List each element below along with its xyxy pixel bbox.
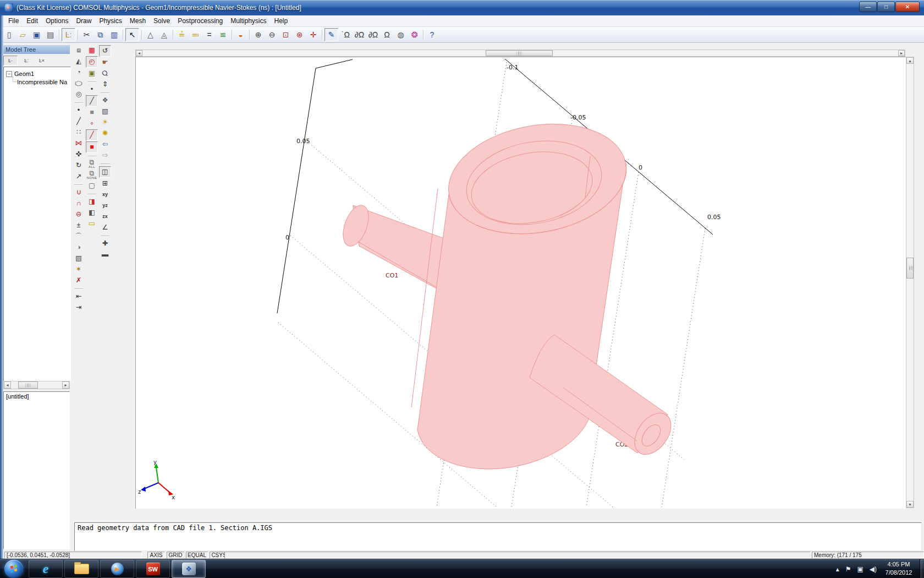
paste-geometry-icon[interactable]: ▢: [86, 181, 97, 191]
zoom-in-icon[interactable]: ⊕: [252, 29, 265, 41]
minimize-button[interactable]: —: [859, 2, 877, 12]
subdomain-mode-icon[interactable]: Ω: [381, 29, 393, 41]
next-view-icon[interactable]: ⇨: [100, 150, 111, 161]
menu-file[interactable]: File: [4, 16, 23, 26]
view-axonometric-icon[interactable]: ∠: [100, 222, 111, 233]
tree-collapse-icon[interactable]: −: [6, 71, 12, 77]
model-tree[interactable]: − Geom1 Incompressible Na: [3, 67, 71, 381]
zoom-glass-icon[interactable]: Ϙ: [100, 68, 111, 79]
copy-icon[interactable]: ⧉: [94, 29, 107, 41]
message-log[interactable]: Read geometry data from CAD file 1. Sect…: [74, 522, 922, 551]
select-object-icon[interactable]: ❖: [100, 95, 111, 106]
intersection-icon[interactable]: ∩: [73, 198, 84, 209]
scroll-thumb[interactable]: [18, 381, 38, 389]
return-discard-icon[interactable]: ◨: [86, 197, 97, 207]
extrude-icon[interactable]: ▧: [73, 253, 84, 264]
torus-icon[interactable]: ◎: [73, 89, 84, 100]
view-zx-icon[interactable]: zx: [100, 211, 111, 222]
solid-face-icon[interactable]: ■: [86, 141, 98, 153]
copy-none-icon[interactable]: ⧉NONE: [86, 170, 97, 180]
taskbar-explorer[interactable]: [64, 560, 98, 578]
mesh-mode-icon[interactable]: ◍: [394, 29, 407, 41]
update-model-icon[interactable]: ≌: [217, 29, 229, 41]
split-icon[interactable]: ±: [73, 220, 84, 231]
print-icon[interactable]: ▤: [44, 29, 57, 41]
canvas-hscrollbar[interactable]: ◂ ▸: [135, 50, 905, 57]
new-icon[interactable]: ▯: [3, 29, 15, 41]
paste-icon[interactable]: ▥: [108, 29, 120, 41]
menu-physics[interactable]: Physics: [95, 16, 125, 26]
scroll-left-icon[interactable]: ◂: [4, 381, 11, 389]
scroll-right-icon[interactable]: ▸: [898, 50, 905, 56]
start-button[interactable]: [4, 560, 23, 578]
draw-line-icon[interactable]: ╱: [86, 95, 98, 107]
edge-mode-icon[interactable]: ∂Ω: [353, 29, 366, 41]
status-toggle-grid[interactable]: GRID: [167, 552, 184, 559]
mirror-icon[interactable]: ⋈: [73, 138, 84, 149]
cone-icon[interactable]: ◭: [73, 56, 84, 67]
line-icon[interactable]: ╱: [73, 116, 84, 127]
open-icon[interactable]: ▱: [16, 29, 29, 41]
orbit-icon[interactable]: ↺: [99, 45, 111, 57]
copy-all-icon[interactable]: ⧉ALL: [86, 159, 97, 169]
union-icon[interactable]: ∪: [73, 187, 84, 198]
scroll-down-icon[interactable]: ▾: [906, 501, 914, 508]
taskbar-ie[interactable]: e: [29, 560, 63, 578]
save-icon[interactable]: ▣: [30, 29, 43, 41]
menu-multiphysics[interactable]: Multiphysics: [227, 16, 270, 26]
view-yz-icon[interactable]: yz: [100, 200, 111, 211]
array-icon[interactable]: ∷: [73, 127, 84, 138]
draw-mode-icon[interactable]: ✎: [324, 28, 338, 41]
taskbar-clock[interactable]: 4:05 PM 7/08/2012: [879, 560, 919, 577]
restart-solver-icon[interactable]: ≕: [189, 29, 202, 41]
postprocessing-mode-icon[interactable]: ❂: [408, 29, 421, 41]
move-icon[interactable]: ✜: [73, 149, 84, 160]
tree-view-compact-icon[interactable]: Ŀ·: [3, 56, 18, 66]
menu-postprocessing[interactable]: Postprocessing: [174, 16, 227, 26]
boundary-mode-icon[interactable]: ∂Ω: [367, 29, 380, 41]
drawing-canvas[interactable]: -0.1 -0.05 0 0.05 0.05 0 CO1: [135, 57, 906, 509]
create-composite-icon[interactable]: ✶: [73, 264, 84, 275]
solid-edge-icon[interactable]: ╱: [86, 129, 98, 141]
measure-distance-icon[interactable]: ⇤: [73, 291, 84, 302]
scroll-left-icon[interactable]: ◂: [136, 50, 142, 56]
status-toggle-axis[interactable]: AXIS: [147, 552, 165, 559]
scroll-up-icon[interactable]: ▴: [906, 57, 914, 64]
solver-parameters-icon[interactable]: ≟: [175, 29, 188, 41]
block-icon[interactable]: ⧈: [73, 45, 84, 56]
tray-network-icon[interactable]: ▣: [857, 566, 863, 572]
work-plane-icon[interactable]: ▦: [86, 45, 97, 56]
tree-view-detail-icon[interactable]: Ŀ:: [20, 56, 33, 65]
sphere-icon[interactable]: ◔: [73, 67, 84, 78]
refine-mesh-icon[interactable]: ◬: [158, 29, 170, 41]
scroll-thumb[interactable]: [486, 50, 553, 56]
orthographic-view-icon[interactable]: ⊞: [100, 178, 111, 189]
menu-options[interactable]: Options: [42, 16, 72, 26]
headlight-icon[interactable]: ☀: [100, 117, 111, 128]
point-icon[interactable]: •: [73, 105, 84, 116]
taskbar-comsol[interactable]: ❖: [172, 560, 206, 578]
zoom-window-icon[interactable]: ⊡: [279, 29, 292, 41]
plot-parameters-icon[interactable]: ◒: [234, 29, 247, 41]
tray-hidden-icons-icon[interactable]: ▴: [836, 566, 839, 572]
menu-draw[interactable]: Draw: [72, 16, 95, 26]
pan-hand-icon[interactable]: ☛: [100, 57, 111, 68]
lock-icon[interactable]: ▣: [86, 68, 97, 79]
geometry-list[interactable]: [untitled]: [3, 391, 70, 549]
measure-extent-icon[interactable]: ⇥: [73, 302, 84, 313]
previous-view-icon[interactable]: ⇦: [100, 139, 111, 150]
rotate-icon[interactable]: ↻: [73, 160, 84, 171]
scroll-right-icon[interactable]: ▸: [62, 381, 69, 389]
cut-icon[interactable]: ✂: [80, 29, 93, 41]
taskbar-wmp[interactable]: ▶: [100, 560, 134, 578]
taskbar-solidworks[interactable]: SW: [136, 560, 170, 578]
tree-view-extended-icon[interactable]: Ŀ×: [35, 56, 48, 65]
model-navigator-icon[interactable]: Ŀ:: [62, 28, 75, 41]
render-icon[interactable]: ▧: [100, 106, 111, 117]
scene-light-icon[interactable]: ✺: [100, 128, 111, 139]
remove-frame-icon[interactable]: ▬: [100, 249, 111, 260]
delete-icon[interactable]: ✗: [73, 275, 84, 286]
ruler-icon[interactable]: ▭: [86, 219, 97, 229]
solve-icon[interactable]: =: [203, 29, 216, 41]
geometry-list-item-untitled[interactable]: [untitled]: [6, 393, 29, 400]
